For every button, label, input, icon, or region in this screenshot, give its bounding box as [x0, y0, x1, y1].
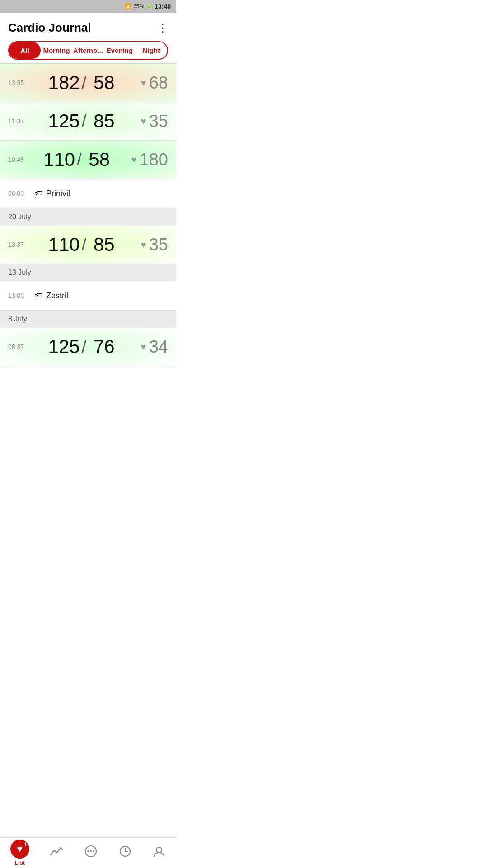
- entry-values: 110 / 85: [34, 234, 134, 255]
- sim-icon: 📶: [125, 3, 131, 9]
- entry-row[interactable]: 08:37 125 / 76 ♥ 34: [0, 328, 176, 366]
- entry-values: 125 / 85: [34, 110, 134, 132]
- entry-heart: ♥ 35: [141, 112, 168, 131]
- med-time: 06:00: [8, 190, 34, 197]
- pulse: 180: [140, 150, 168, 170]
- slash: /: [82, 112, 87, 131]
- date-header: 13 July: [0, 264, 176, 281]
- nav-history[interactable]: [118, 845, 132, 861]
- pulse: 35: [149, 235, 168, 255]
- slash: /: [82, 73, 87, 93]
- nav-list-icon: ♥ +: [10, 840, 29, 859]
- nav-chart[interactable]: [50, 845, 63, 861]
- diastolic: 85: [88, 110, 120, 132]
- notes-icon: [84, 845, 98, 861]
- clock-icon: [118, 845, 132, 861]
- systolic: 182: [48, 72, 80, 94]
- entry-time: 13:37: [8, 241, 34, 248]
- chart-icon: [50, 845, 63, 861]
- menu-icon[interactable]: ⋮: [157, 22, 168, 34]
- nav-list-label: List: [14, 859, 25, 866]
- entry-row[interactable]: 10:48 110 / 58 ♥ 180: [0, 141, 176, 179]
- entry-values: 182 / 58: [34, 72, 134, 94]
- nav-notes[interactable]: [84, 845, 98, 861]
- slash: /: [82, 337, 87, 357]
- systolic: 110: [43, 149, 75, 170]
- heart-icon: ♥: [141, 240, 146, 250]
- pulse: 35: [149, 112, 168, 131]
- svg-point-1: [87, 850, 89, 852]
- tab-night[interactable]: Night: [136, 42, 167, 59]
- profile-icon: [152, 845, 166, 861]
- tab-morning[interactable]: Morning: [41, 42, 72, 59]
- date-header: 20 July: [0, 208, 176, 226]
- medication-name: Zestril: [46, 291, 68, 301]
- entry-heart: ♥ 34: [141, 337, 168, 357]
- heart-icon: ♥: [141, 78, 146, 88]
- entries-list: 13:35 182 / 58 ♥ 68 11:37 125 / 85 ♥ 35: [0, 64, 176, 402]
- list-container: 13:35 182 / 58 ♥ 68 11:37 125 / 85 ♥ 35: [0, 64, 176, 366]
- entry-time: 08:37: [8, 343, 34, 350]
- slash: /: [82, 235, 87, 255]
- entry-heart: ♥ 35: [141, 235, 168, 255]
- battery-text: 65%: [133, 3, 144, 9]
- med-time: 13:00: [8, 292, 34, 299]
- status-bar: 📶 65% 🔋 13:40: [0, 0, 176, 13]
- pulse: 34: [149, 337, 168, 357]
- entry-row[interactable]: 13:35 182 / 58 ♥ 68: [0, 64, 176, 102]
- medication-row[interactable]: 13:00 🏷 Zestril: [0, 281, 176, 311]
- clock-display: 13:40: [155, 3, 171, 10]
- heart-icon: ♥: [131, 155, 137, 165]
- entry-values: 110 / 58: [34, 149, 124, 170]
- systolic: 125: [48, 110, 80, 132]
- date-header: 8 July: [0, 311, 176, 328]
- tab-all[interactable]: All: [9, 42, 41, 59]
- entry-heart: ♥ 180: [131, 150, 168, 170]
- battery-icon: 🔋: [146, 3, 153, 9]
- nav-profile[interactable]: [152, 845, 166, 861]
- app-header: Cardio Journal ⋮: [0, 13, 176, 41]
- filter-tabs: All Morning Afterno... Evening Night: [8, 41, 168, 60]
- status-icons: 📶 65% 🔋 13:40: [125, 3, 171, 10]
- entry-time: 13:35: [8, 79, 34, 86]
- svg-point-2: [90, 850, 92, 852]
- svg-point-3: [93, 850, 94, 852]
- systolic: 110: [48, 234, 80, 255]
- diastolic: 76: [88, 336, 120, 358]
- bottom-nav: ♥ + List: [0, 837, 176, 868]
- entry-row[interactable]: 13:37 110 / 85 ♥ 35: [0, 226, 176, 264]
- medication-row[interactable]: 06:00 🏷 Prinivil: [0, 179, 176, 208]
- diastolic: 58: [88, 72, 120, 94]
- entry-heart: ♥ 68: [141, 73, 168, 93]
- tab-evening[interactable]: Evening: [104, 42, 136, 59]
- medication-icon: 🏷: [34, 291, 42, 301]
- entry-time: 10:48: [8, 156, 34, 163]
- medication-name: Prinivil: [46, 189, 70, 198]
- medication-icon: 🏷: [34, 189, 42, 198]
- heart-icon: ♥: [141, 116, 146, 127]
- plus-icon: +: [24, 840, 28, 848]
- entry-row[interactable]: 11:37 125 / 85 ♥ 35: [0, 102, 176, 141]
- slash: /: [77, 150, 82, 170]
- heart-plus-icon: ♥: [17, 843, 23, 855]
- app-title: Cardio Journal: [8, 21, 91, 35]
- systolic: 125: [48, 336, 80, 358]
- pulse: 68: [149, 73, 168, 93]
- nav-list[interactable]: ♥ + List: [10, 840, 29, 866]
- tab-afternoon[interactable]: Afterno...: [72, 42, 104, 59]
- heart-icon: ♥: [141, 342, 146, 352]
- diastolic: 58: [84, 149, 115, 170]
- entry-time: 11:37: [8, 118, 34, 125]
- diastolic: 85: [88, 234, 120, 255]
- svg-point-7: [156, 847, 162, 853]
- entry-values: 125 / 76: [34, 336, 134, 358]
